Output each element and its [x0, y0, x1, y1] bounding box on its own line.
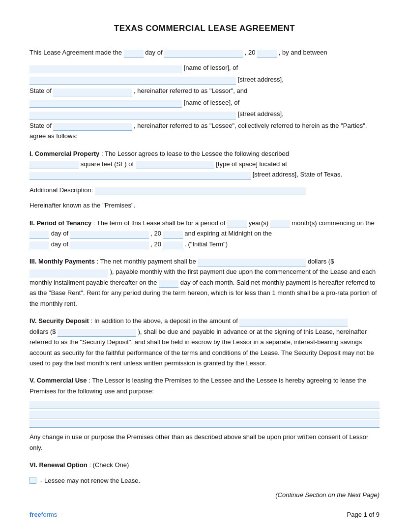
- end-day-field[interactable]: [29, 241, 49, 249]
- continue-note: (Continue Section on the Next Page): [29, 490, 380, 500]
- lessee-street-label: [street address],: [238, 110, 284, 118]
- security-amount-field[interactable]: [239, 319, 348, 326]
- section1-para: I. Commercial Property : The Lessor agre…: [29, 148, 380, 180]
- renewal-checkbox-label: - Lessee may not renew the Lease.: [40, 475, 140, 486]
- section5-title: V. Commercial Use: [29, 377, 87, 384]
- mid-text: and expiring at Midnight on the: [184, 230, 272, 237]
- end-year-prefix: , 20: [150, 240, 161, 248]
- brand-free: free: [29, 511, 41, 518]
- commercial-use-fields: [29, 401, 380, 428]
- document-title: TEXAS COMMERCIAL LEASE AGREEMENT: [29, 24, 380, 33]
- section3-para: III. Monthly Payments : The net monthly …: [29, 256, 380, 309]
- section6-title: VI. Renewal Option: [29, 461, 88, 469]
- sqft-field[interactable]: [29, 161, 79, 169]
- section-6: VI. Renewal Option : (Check One) - Lesse…: [29, 460, 380, 500]
- section5-follow: Any change in use or purpose the Premise…: [29, 432, 380, 453]
- section-1: I. Commercial Property : The Lessor agre…: [29, 148, 380, 211]
- months-suffix: month(s) commencing on the: [292, 219, 374, 227]
- security-dollars-field[interactable]: [58, 329, 136, 337]
- brand-forms: forms: [41, 511, 58, 518]
- section6-heading: VI. Renewal Option : (Check One): [29, 460, 380, 470]
- section5-para: V. Commercial Use : The Lessor is leasin…: [29, 375, 380, 396]
- renewal-checkbox-item: - Lessee may not renew the Lease.: [29, 475, 380, 486]
- start-month-field[interactable]: [70, 231, 149, 239]
- start-year-field[interactable]: [163, 231, 183, 239]
- space-type-field[interactable]: [136, 161, 214, 169]
- dollars-text: dollars ($: [308, 258, 334, 265]
- monthly-amount-dollars-field[interactable]: [29, 269, 108, 277]
- lessee-name-line: [name of lessee], of: [29, 97, 380, 108]
- section-5: V. Commercial Use : The Lessor is leasin…: [29, 375, 380, 453]
- lessor-state-field[interactable]: [53, 89, 132, 96]
- section6-text: : (Check One): [89, 461, 129, 469]
- additional-desc-field[interactable]: [95, 187, 306, 195]
- lessor-street-field[interactable]: [29, 77, 236, 85]
- state-label-2: State of: [29, 122, 52, 129]
- lessee-state-line: State of , hereinafter referred to as "L…: [29, 120, 380, 142]
- section2-title: II. Period of Tenancy: [29, 219, 91, 227]
- additional-desc-line: Additional Description:: [29, 185, 380, 195]
- lessee-name-label: [name of lessee], of: [184, 99, 239, 106]
- lessor-street-line: [street address],: [29, 74, 380, 85]
- lessee-street-field[interactable]: [29, 112, 236, 119]
- section1-title: I. Commercial Property: [29, 150, 99, 157]
- year-field[interactable]: [257, 50, 277, 58]
- use-field-1[interactable]: [29, 401, 380, 409]
- lessor-referred: , hereinafter referred to as "Lessor", a…: [134, 87, 247, 94]
- day-label: day of: [145, 49, 162, 56]
- document-page: TEXAS COMMERCIAL LEASE AGREEMENT This Le…: [0, 0, 409, 532]
- lessor-name-line: [name of lessor], of: [29, 62, 380, 73]
- monthly-amount-field[interactable]: [198, 259, 306, 266]
- lessee-state-field[interactable]: [53, 123, 132, 131]
- continue-note-text: (Continue Section on the Next Page): [275, 491, 380, 499]
- end-month-field[interactable]: [70, 241, 149, 249]
- year-prefix: , 20: [245, 49, 256, 56]
- use-field-2[interactable]: [29, 411, 380, 418]
- section-3: III. Monthly Payments : The net monthly …: [29, 256, 380, 309]
- lessor-name-label: [name of lessor], of: [184, 64, 238, 71]
- use-field-3[interactable]: [29, 420, 380, 428]
- years-field[interactable]: [227, 220, 247, 228]
- renewal-checkbox[interactable]: [29, 477, 36, 484]
- lessee-name-field[interactable]: [29, 100, 182, 108]
- address-suffix: [street address], State of Texas.: [253, 171, 343, 178]
- security-dollars-prefix: dollars ($: [29, 328, 56, 335]
- section4-para: IV. Security Deposit : In addition to th…: [29, 316, 380, 368]
- initial-term: . ("Initial Term"): [184, 240, 228, 248]
- section-2: II. Period of Tenancy : The term of this…: [29, 218, 380, 249]
- intro-section: This Lease Agreement made the day of , 2…: [29, 47, 380, 142]
- end-year-field[interactable]: [163, 241, 183, 249]
- lessor-state-line: State of , hereinafter referred to as "L…: [29, 86, 380, 96]
- section-4: IV. Security Deposit : In addition to th…: [29, 316, 380, 368]
- space-suffix: [type of space] located at: [216, 160, 287, 168]
- years-suffix: year(s): [249, 219, 268, 227]
- lessor-street-label: [street address],: [238, 76, 284, 83]
- start-year-prefix: , 20: [150, 230, 161, 237]
- payment-day-field[interactable]: [159, 280, 178, 288]
- section4-title: IV. Security Deposit: [29, 317, 89, 325]
- sqft-suffix: square feet (SF) of: [81, 160, 134, 168]
- intro-suffix: , by and between: [279, 49, 327, 56]
- section4-text1: : In addition to the above, a deposit in…: [91, 317, 238, 325]
- section3-text1: : The net monthly payment shall be: [97, 258, 196, 265]
- section1-text1: : The Lessor agrees to lease to the Less…: [101, 150, 289, 157]
- section2-text: : The term of this Lease shall be for a …: [93, 219, 226, 227]
- end-day-suffix: day of: [51, 240, 68, 248]
- month-field[interactable]: [164, 50, 243, 58]
- months-field[interactable]: [270, 220, 290, 228]
- property-address-field[interactable]: [29, 172, 251, 180]
- premises-known-as: Hereinafter known as the "Premises".: [29, 200, 380, 210]
- lessee-street-line: [street address],: [29, 109, 380, 119]
- start-day-suffix: day of: [51, 230, 68, 237]
- section3-title: III. Monthly Payments: [29, 258, 95, 265]
- intro-prefix: This Lease Agreement made the: [29, 49, 122, 56]
- section2-para: II. Period of Tenancy : The term of this…: [29, 218, 380, 249]
- start-day-field[interactable]: [29, 231, 49, 239]
- additional-desc-label: Additional Description:: [29, 186, 93, 194]
- intro-line1: This Lease Agreement made the day of , 2…: [29, 47, 380, 58]
- brand-logo: freeforms: [29, 511, 57, 518]
- page-number: Page 1 of 9: [347, 511, 380, 518]
- state-label-1: State of: [29, 87, 52, 94]
- day-field[interactable]: [124, 50, 144, 58]
- lessor-name-field[interactable]: [29, 65, 182, 73]
